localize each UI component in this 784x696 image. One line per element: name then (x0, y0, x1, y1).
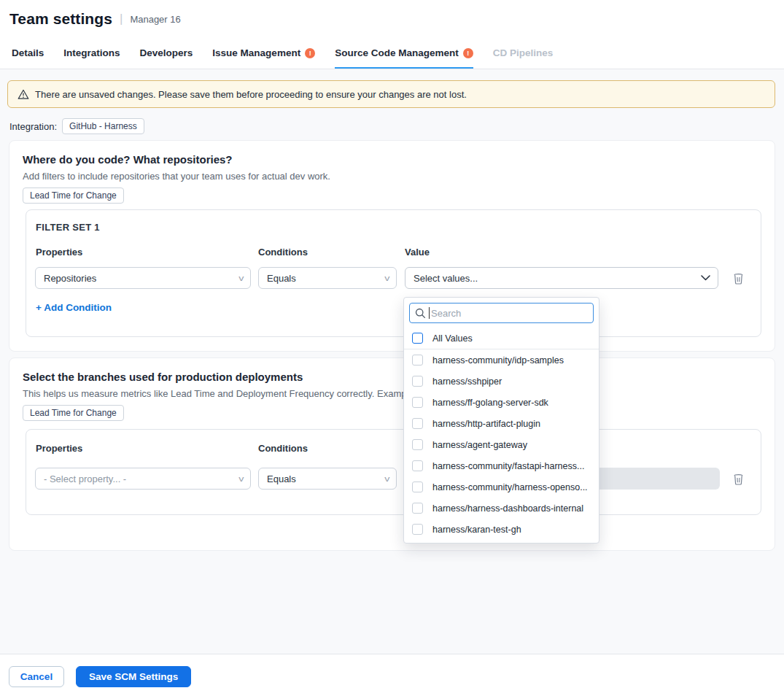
unsaved-changes-banner: There are unsaved changes. Please save t… (7, 80, 775, 108)
branch-condition-select[interactable]: Equals v (258, 468, 397, 490)
tab-issue-management[interactable]: Issue Management ! (212, 39, 315, 69)
value-column-label: Value (405, 247, 430, 258)
repo-option-label: harness-community/fastapi-harness... (432, 461, 584, 471)
repo-option[interactable]: harness/sshpiper (404, 371, 599, 392)
repo-option[interactable]: harness/ff-golang-server-sdk (404, 392, 599, 413)
repositories-card: Where do you code? What repositories? Ad… (9, 140, 775, 352)
search-icon (415, 308, 426, 319)
page-title: Team settings (9, 10, 112, 28)
repo-option[interactable]: harness-community/fastapi-harness... (404, 455, 599, 476)
checkbox-icon[interactable] (412, 397, 423, 408)
condition-select-value: Equals (267, 473, 296, 484)
condition-select-value: Equals (267, 273, 296, 284)
branches-filter-box: Properties Conditions - Select property.… (26, 429, 761, 515)
condition-select[interactable]: Equals v (258, 267, 397, 289)
cancel-button[interactable]: Cancel (9, 666, 64, 687)
chevron-down-icon: v (238, 274, 244, 282)
tab-details[interactable]: Details (12, 39, 44, 69)
team-name-label: Manager 16 (130, 14, 180, 25)
text-caret (429, 307, 430, 319)
warning-badge-icon: ! (305, 48, 315, 58)
tab-label: CD Pipelines (493, 47, 554, 58)
checkbox-icon[interactable] (412, 439, 423, 450)
metric-chip-lead-time: Lead Time for Change (23, 405, 124, 421)
tab-integrations[interactable]: Integrations (63, 39, 120, 69)
properties-column-label: Properties (36, 247, 82, 258)
all-values-option[interactable]: All Values (404, 328, 599, 349)
branch-property-select[interactable]: - Select property... - v (35, 468, 251, 490)
checkbox-icon[interactable] (412, 460, 423, 471)
conditions-column-label: Conditions (258, 443, 308, 454)
checkbox-icon[interactable] (412, 524, 423, 535)
branches-card-subtitle: This helps us measure metrics like Lead … (23, 388, 759, 399)
conditions-column-label: Conditions (258, 247, 308, 258)
chevron-down-icon: v (384, 474, 389, 483)
tab-label: Details (12, 47, 44, 58)
checkbox-icon[interactable] (412, 503, 423, 514)
repo-option[interactable]: harness/karan-test-gh (404, 519, 599, 540)
checkbox-icon[interactable] (412, 355, 423, 366)
property-select-value: Repositories (44, 273, 96, 284)
banner-text: There are unsaved changes. Please save t… (35, 89, 467, 100)
tab-bar: Details Integrations Developers Issue Ma… (0, 39, 784, 69)
repo-option[interactable]: harness/agent-gateway (404, 434, 599, 455)
integration-label: Integration: (9, 121, 57, 132)
add-condition-link[interactable]: + Add Condition (36, 302, 112, 313)
value-multiselect[interactable]: Select values... (405, 267, 718, 289)
search-input[interactable] (409, 303, 594, 323)
filter-set-1-box: FILTER SET 1 Properties Conditions Value… (26, 209, 761, 337)
repo-option-label: harness/harness-dashboards-internal (432, 503, 583, 514)
repo-option[interactable]: harness/... (404, 540, 599, 544)
value-select-dropdown: All Values harness-community/idp-samples… (403, 297, 599, 544)
repo-option[interactable]: harness-community/harness-openso... (404, 476, 599, 498)
filter-set-title: FILTER SET 1 (36, 222, 100, 233)
repo-option-label: harness/ff-golang-server-sdk (432, 398, 548, 408)
main-content: There are unsaved changes. Please save t… (0, 69, 784, 654)
checkbox-icon[interactable] (412, 418, 423, 429)
value-select-placeholder: Select values... (414, 273, 478, 284)
title-separator: | (120, 12, 123, 26)
properties-column-label: Properties (36, 443, 82, 454)
integration-row: Integration: GitHub - Harness (9, 118, 144, 134)
warning-badge-icon: ! (463, 48, 473, 58)
repo-option[interactable]: harness/http-artifact-plugin (404, 413, 599, 434)
repositories-card-title: Where do you code? What repositories? (23, 153, 233, 166)
all-values-label: All Values (432, 333, 473, 344)
repo-option-label: harness-community/harness-openso... (432, 482, 588, 492)
tab-cd-pipelines: CD Pipelines (493, 39, 554, 69)
tab-source-code-management[interactable]: Source Code Management ! (335, 39, 473, 69)
integration-chip[interactable]: GitHub - Harness (62, 118, 144, 134)
save-scm-settings-button[interactable]: Save SCM Settings (76, 666, 191, 687)
tab-developers[interactable]: Developers (140, 39, 193, 69)
repositories-card-subtitle: Add filters to include repositories that… (23, 171, 330, 182)
repo-option-label: harness/agent-gateway (432, 440, 527, 450)
repo-option-label: harness/http-artifact-plugin (432, 419, 540, 429)
repo-option[interactable]: harness-community/idp-samples (404, 349, 599, 371)
trash-icon (733, 272, 744, 285)
trash-icon (733, 473, 744, 485)
checkbox-icon[interactable] (412, 482, 423, 492)
tab-label: Source Code Management (335, 47, 459, 58)
repo-option-label: harness/karan-test-gh (432, 525, 521, 535)
tab-label: Integrations (63, 47, 120, 58)
page-header: Team settings | Manager 16 (0, 0, 784, 39)
delete-condition-button[interactable] (731, 270, 745, 286)
tab-label: Issue Management (212, 47, 300, 58)
branches-card: Select the branches used for production … (9, 357, 775, 551)
branches-card-title: Select the branches used for production … (23, 371, 303, 383)
action-footer: Cancel Save SCM Settings (0, 654, 784, 696)
checkbox-icon[interactable] (412, 333, 423, 344)
metric-chip-lead-time: Lead Time for Change (23, 187, 124, 204)
property-select[interactable]: Repositories v (35, 267, 251, 289)
repo-option-label: harness-community/idp-samples (432, 355, 564, 366)
chevron-down-icon (701, 275, 710, 281)
warning-triangle-icon (18, 89, 29, 100)
repo-option[interactable]: harness/harness-dashboards-internal (404, 498, 599, 519)
delete-condition-button[interactable] (731, 471, 745, 487)
checkbox-icon[interactable] (412, 376, 423, 387)
tab-label: Developers (140, 47, 193, 58)
repo-option-label: harness/sshpiper (432, 376, 502, 387)
property-select-placeholder: - Select property... - (44, 473, 126, 484)
chevron-down-icon: v (384, 274, 389, 282)
dropdown-search (409, 303, 594, 323)
